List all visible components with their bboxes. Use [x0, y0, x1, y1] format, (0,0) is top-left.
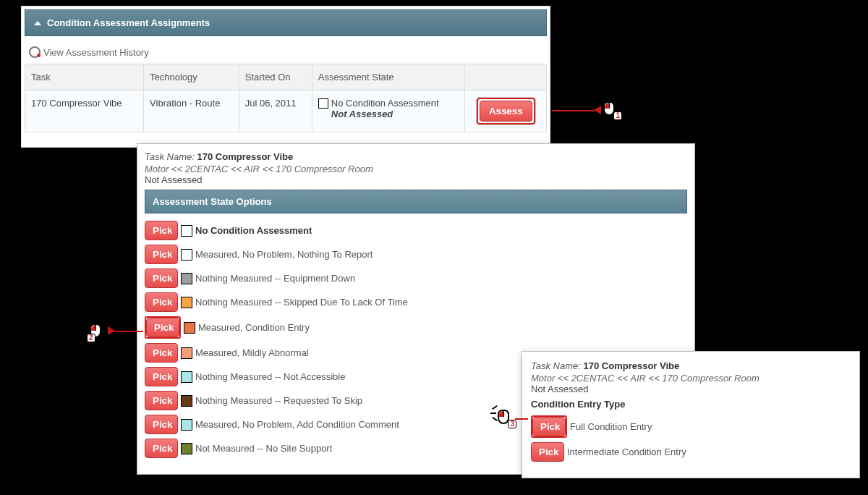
callout-number-1: 1 [613, 111, 622, 120]
options-header: Assessment State Options [145, 190, 687, 213]
color-swatch-icon [181, 249, 192, 261]
callout-line-3 [515, 418, 528, 420]
option-label: Nothing Measured -- Equipment Down [195, 273, 355, 284]
callout-highlight-3: Pick [531, 415, 567, 438]
option-row: PickMeasured, Condition Entry [145, 316, 687, 339]
task-label-3: Task Name: [531, 360, 581, 371]
pick-button[interactable]: Pick [145, 245, 178, 264]
option-row: PickNothing Measured -- Equipment Down [145, 268, 687, 288]
color-swatch-icon [181, 347, 192, 359]
breadcrumb: Motor << 2CENTAC << AIR << 170 Compresso… [145, 164, 687, 174]
entry-option-row: PickFull Condition Entry [531, 415, 851, 438]
option-label: Nothing Measured -- Requested To Skip [195, 395, 362, 406]
col-task: Task [25, 64, 144, 90]
pick-button[interactable]: Pick [145, 268, 178, 288]
callout-number-3: 3 [508, 420, 516, 428]
cell-state: No Condition Assessment Not Assessed [312, 90, 465, 132]
callout-line-1 [552, 110, 595, 111]
view-history-link[interactable]: View Assessment History [29, 46, 542, 58]
panel-entry-type: Task Name: 170 Compressor Vibe Motor << … [522, 352, 859, 478]
task-value: 170 Compressor Vibe [197, 151, 294, 162]
cell-started: Jul 06, 2011 [239, 90, 312, 132]
assignments-table: Task Technology Started On Assessment St… [25, 64, 547, 132]
state-text: No Condition Assessment [331, 98, 439, 109]
collapse-icon [34, 21, 41, 25]
color-swatch-icon [181, 443, 192, 454]
task-line: Task Name: 170 Compressor Vibe [145, 151, 687, 162]
callout-mouse-2: 2 [90, 323, 106, 341]
cell-actions: Assess [465, 90, 547, 132]
option-label: No Condition Assessment [195, 225, 312, 236]
option-label: Not Measured -- No Site Support [195, 443, 332, 454]
callout-arrowhead-1 [594, 106, 601, 114]
entry-option-label: Full Condition Entry [570, 421, 652, 432]
color-swatch-icon [181, 371, 192, 383]
color-swatch-icon [181, 297, 192, 308]
option-label: Measured, Condition Entry [198, 322, 310, 333]
table-row: 170 Compressor Vibe Vibration - Route Ju… [25, 90, 547, 132]
task-line-3: Task Name: 170 Compressor Vibe [531, 360, 851, 371]
pick-button[interactable]: Pick [145, 439, 178, 458]
callout-number-2: 2 [87, 334, 95, 342]
pick-button[interactable]: Pick [532, 417, 566, 436]
entry-option-row: PickIntermediate Condition Entry [531, 442, 851, 462]
state-substate: Not Assessed [331, 109, 459, 119]
panel-title: Condition Assessment Assignments [47, 17, 210, 28]
option-row: PickMeasured, No Problem, Nothing To Rep… [145, 245, 687, 264]
col-technology: Technology [144, 64, 239, 90]
status-text: Not Assessed [145, 174, 687, 185]
callout-highlight-2: Pick [145, 316, 181, 339]
color-swatch-icon [181, 419, 192, 431]
pick-button[interactable]: Pick [145, 367, 178, 386]
assess-button[interactable]: Assess [480, 101, 532, 122]
col-started: Started On [239, 64, 312, 90]
option-label: Nothing Measured -- Not Accessible [195, 371, 345, 382]
state-swatch-icon [318, 98, 328, 109]
color-swatch-icon [181, 225, 192, 237]
option-label: Nothing Measured -- Skipped Due To Lack … [195, 297, 408, 308]
panel-header[interactable]: Condition Assessment Assignments [25, 9, 547, 36]
color-swatch-icon [181, 395, 192, 407]
breadcrumb-3: Motor << 2CENTAC << AIR << 170 Compresso… [531, 373, 851, 384]
option-row: PickNothing Measured -- Skipped Due To L… [145, 292, 687, 312]
pick-button[interactable]: Pick [531, 442, 564, 462]
entry-options-list: PickFull Condition EntryPickIntermediate… [531, 415, 851, 462]
color-swatch-icon [184, 322, 195, 334]
status-text-3: Not Assessed [531, 384, 851, 394]
callout-mouse-1: 1 [603, 101, 619, 119]
panel-assignments: Condition Assessment Assignments View As… [21, 6, 550, 148]
callout-line-2 [114, 331, 143, 332]
pick-button[interactable]: Pick [145, 343, 178, 363]
option-label: Measured, No Problem, Add Condition Comm… [195, 419, 399, 430]
history-link-label: View Assessment History [43, 47, 149, 58]
task-value-3: 170 Compressor Vibe [584, 360, 680, 371]
col-state: Assessment State [312, 64, 465, 90]
section-title: Condition Entry Type [531, 399, 851, 410]
callout-mouse-3: 3 [498, 410, 514, 427]
pick-button[interactable]: Pick [146, 318, 179, 337]
option-label: Measured, No Problem, Nothing To Report [195, 249, 373, 260]
pick-button[interactable]: Pick [145, 292, 178, 312]
entry-option-label: Intermediate Condition Entry [567, 447, 686, 457]
pick-button[interactable]: Pick [145, 221, 178, 240]
option-row: PickNo Condition Assessment [145, 221, 687, 240]
cell-technology: Vibration - Route [144, 90, 239, 132]
task-label: Task Name: [145, 151, 195, 162]
pick-button[interactable]: Pick [145, 415, 178, 434]
callout-highlight-1: Assess [477, 98, 535, 124]
option-label: Measured, Mildly Abnormal [195, 347, 309, 358]
cell-task: 170 Compressor Vibe [25, 90, 144, 132]
col-actions [465, 64, 547, 90]
history-icon [29, 46, 41, 58]
color-swatch-icon [181, 273, 192, 284]
pick-button[interactable]: Pick [145, 391, 178, 410]
